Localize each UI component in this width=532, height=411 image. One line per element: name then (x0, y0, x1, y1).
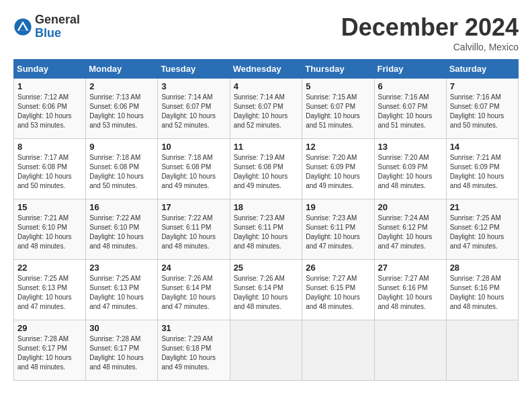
day-number: 7 (450, 81, 515, 91)
calendar-day-header: Saturday (446, 60, 518, 79)
calendar-cell: 27Sunrise: 7:27 AM Sunset: 6:16 PM Dayli… (374, 260, 446, 320)
calendar-cell: 21Sunrise: 7:25 AM Sunset: 6:12 PM Dayli… (446, 199, 518, 260)
calendar-cell (302, 320, 374, 381)
day-number: 27 (378, 263, 443, 273)
calendar-cell: 18Sunrise: 7:23 AM Sunset: 6:11 PM Dayli… (230, 199, 302, 260)
calendar-cell: 26Sunrise: 7:27 AM Sunset: 6:15 PM Dayli… (302, 260, 374, 320)
day-number: 2 (89, 81, 154, 91)
day-number: 3 (161, 81, 226, 91)
day-number: 31 (161, 323, 226, 333)
day-detail: Sunrise: 7:20 AM Sunset: 6:09 PM Dayligh… (306, 153, 370, 191)
day-detail: Sunrise: 7:15 AM Sunset: 6:07 PM Dayligh… (306, 93, 370, 130)
title-block: December 2024 Calvillo, Mexico (341, 13, 519, 52)
day-number: 24 (161, 263, 226, 273)
day-number: 26 (306, 263, 370, 273)
logo-icon (13, 17, 32, 36)
calendar-cell: 7Sunrise: 7:16 AM Sunset: 6:07 PM Daylig… (446, 79, 518, 139)
calendar-cell: 28Sunrise: 7:28 AM Sunset: 6:16 PM Dayli… (446, 260, 518, 320)
day-number: 8 (17, 142, 82, 152)
day-detail: Sunrise: 7:14 AM Sunset: 6:07 PM Dayligh… (161, 93, 226, 130)
day-number: 10 (161, 142, 226, 152)
calendar-cell: 1Sunrise: 7:12 AM Sunset: 6:06 PM Daylig… (14, 79, 86, 139)
day-number: 17 (161, 202, 226, 212)
calendar-cell: 11Sunrise: 7:19 AM Sunset: 6:08 PM Dayli… (230, 139, 302, 199)
calendar-cell: 19Sunrise: 7:23 AM Sunset: 6:11 PM Dayli… (302, 199, 374, 260)
day-number: 5 (306, 81, 370, 91)
calendar-table: SundayMondayTuesdayWednesdayThursdayFrid… (13, 59, 519, 381)
month-title: December 2024 (341, 13, 519, 42)
day-detail: Sunrise: 7:22 AM Sunset: 6:10 PM Dayligh… (89, 214, 154, 251)
day-number: 15 (17, 202, 82, 212)
calendar-cell: 8Sunrise: 7:17 AM Sunset: 6:08 PM Daylig… (14, 139, 86, 199)
day-detail: Sunrise: 7:20 AM Sunset: 6:09 PM Dayligh… (378, 153, 443, 191)
calendar-cell: 20Sunrise: 7:24 AM Sunset: 6:12 PM Dayli… (374, 199, 446, 260)
day-number: 16 (89, 202, 154, 212)
calendar-cell: 13Sunrise: 7:20 AM Sunset: 6:09 PM Dayli… (374, 139, 446, 199)
day-detail: Sunrise: 7:16 AM Sunset: 6:07 PM Dayligh… (450, 93, 515, 130)
calendar-cell: 10Sunrise: 7:18 AM Sunset: 6:08 PM Dayli… (158, 139, 230, 199)
calendar-cell: 5Sunrise: 7:15 AM Sunset: 6:07 PM Daylig… (302, 79, 374, 139)
calendar-week-row: 1Sunrise: 7:12 AM Sunset: 6:06 PM Daylig… (14, 79, 519, 139)
day-number: 18 (234, 202, 299, 212)
calendar-cell: 4Sunrise: 7:14 AM Sunset: 6:07 PM Daylig… (230, 79, 302, 139)
day-detail: Sunrise: 7:25 AM Sunset: 6:12 PM Dayligh… (450, 214, 515, 251)
calendar-cell: 25Sunrise: 7:26 AM Sunset: 6:14 PM Dayli… (230, 260, 302, 320)
day-number: 20 (378, 202, 443, 212)
day-number: 19 (306, 202, 370, 212)
day-number: 12 (306, 142, 370, 152)
calendar-cell: 23Sunrise: 7:25 AM Sunset: 6:13 PM Dayli… (86, 260, 158, 320)
calendar-body: 1Sunrise: 7:12 AM Sunset: 6:06 PM Daylig… (14, 79, 519, 381)
day-detail: Sunrise: 7:21 AM Sunset: 6:09 PM Dayligh… (450, 153, 515, 191)
calendar-cell: 2Sunrise: 7:13 AM Sunset: 6:06 PM Daylig… (86, 79, 158, 139)
day-detail: Sunrise: 7:26 AM Sunset: 6:14 PM Dayligh… (161, 274, 226, 312)
calendar-day-header: Sunday (14, 60, 86, 79)
day-number: 29 (17, 323, 82, 333)
day-detail: Sunrise: 7:24 AM Sunset: 6:12 PM Dayligh… (378, 214, 443, 251)
calendar-cell: 24Sunrise: 7:26 AM Sunset: 6:14 PM Dayli… (158, 260, 230, 320)
calendar-cell: 22Sunrise: 7:25 AM Sunset: 6:13 PM Dayli… (14, 260, 86, 320)
day-detail: Sunrise: 7:19 AM Sunset: 6:08 PM Dayligh… (234, 153, 299, 191)
day-detail: Sunrise: 7:18 AM Sunset: 6:08 PM Dayligh… (89, 153, 154, 191)
day-detail: Sunrise: 7:25 AM Sunset: 6:13 PM Dayligh… (17, 274, 82, 312)
day-detail: Sunrise: 7:14 AM Sunset: 6:07 PM Dayligh… (234, 93, 299, 130)
day-detail: Sunrise: 7:28 AM Sunset: 6:17 PM Dayligh… (17, 334, 82, 372)
logo: General Blue (13, 13, 80, 40)
day-number: 25 (234, 263, 299, 273)
calendar-cell: 29Sunrise: 7:28 AM Sunset: 6:17 PM Dayli… (14, 320, 86, 381)
calendar-week-row: 15Sunrise: 7:21 AM Sunset: 6:10 PM Dayli… (14, 199, 519, 260)
day-detail: Sunrise: 7:28 AM Sunset: 6:17 PM Dayligh… (89, 334, 154, 372)
day-detail: Sunrise: 7:27 AM Sunset: 6:15 PM Dayligh… (306, 274, 370, 312)
day-detail: Sunrise: 7:25 AM Sunset: 6:13 PM Dayligh… (89, 274, 154, 312)
calendar-cell (374, 320, 446, 381)
day-detail: Sunrise: 7:16 AM Sunset: 6:07 PM Dayligh… (378, 93, 443, 130)
day-number: 21 (450, 202, 515, 212)
calendar-day-header: Wednesday (230, 60, 302, 79)
calendar-cell: 16Sunrise: 7:22 AM Sunset: 6:10 PM Dayli… (86, 199, 158, 260)
calendar-day-header: Tuesday (158, 60, 230, 79)
day-detail: Sunrise: 7:22 AM Sunset: 6:11 PM Dayligh… (161, 214, 226, 251)
logo-general: General (35, 13, 80, 27)
day-detail: Sunrise: 7:17 AM Sunset: 6:08 PM Dayligh… (17, 153, 82, 191)
day-number: 22 (17, 263, 82, 273)
logo-blue: Blue (35, 27, 80, 40)
page-header: General Blue December 2024 Calvillo, Mex… (13, 13, 519, 52)
day-number: 30 (89, 323, 154, 333)
day-detail: Sunrise: 7:27 AM Sunset: 6:16 PM Dayligh… (378, 274, 443, 312)
calendar-cell: 31Sunrise: 7:29 AM Sunset: 6:18 PM Dayli… (158, 320, 230, 381)
day-number: 9 (89, 142, 154, 152)
calendar-cell (446, 320, 518, 381)
calendar-cell: 12Sunrise: 7:20 AM Sunset: 6:09 PM Dayli… (302, 139, 374, 199)
day-number: 4 (234, 81, 299, 91)
calendar-cell: 30Sunrise: 7:28 AM Sunset: 6:17 PM Dayli… (86, 320, 158, 381)
calendar-cell: 6Sunrise: 7:16 AM Sunset: 6:07 PM Daylig… (374, 79, 446, 139)
calendar-week-row: 29Sunrise: 7:28 AM Sunset: 6:17 PM Dayli… (14, 320, 519, 381)
day-detail: Sunrise: 7:28 AM Sunset: 6:16 PM Dayligh… (450, 274, 515, 312)
calendar-week-row: 8Sunrise: 7:17 AM Sunset: 6:08 PM Daylig… (14, 139, 519, 199)
day-detail: Sunrise: 7:21 AM Sunset: 6:10 PM Dayligh… (17, 214, 82, 251)
location: Calvillo, Mexico (341, 42, 519, 52)
day-number: 23 (89, 263, 154, 273)
calendar-day-header: Friday (374, 60, 446, 79)
calendar-header-row: SundayMondayTuesdayWednesdayThursdayFrid… (14, 60, 519, 79)
day-number: 1 (17, 81, 82, 91)
day-detail: Sunrise: 7:29 AM Sunset: 6:18 PM Dayligh… (161, 334, 226, 372)
